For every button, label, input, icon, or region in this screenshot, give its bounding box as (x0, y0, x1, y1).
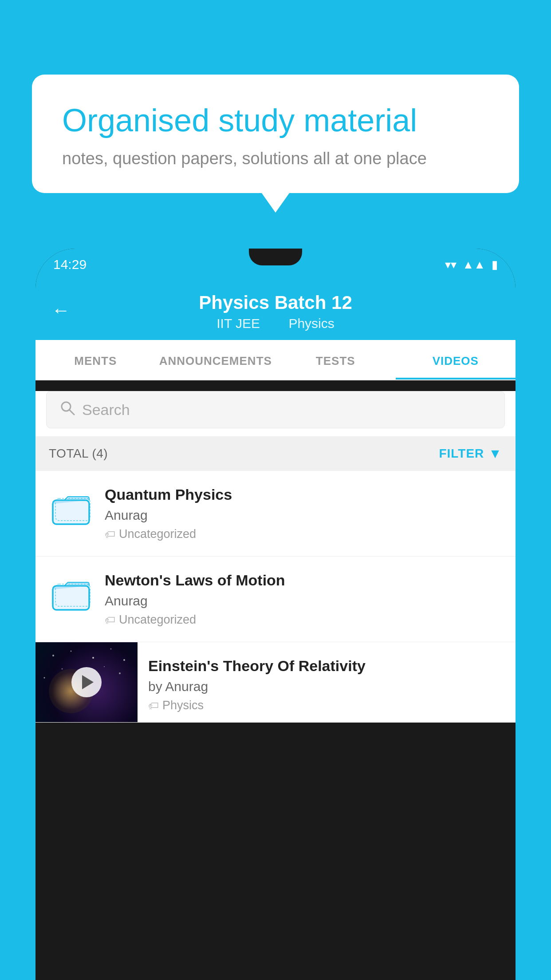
list-item[interactable]: Newton's Laws of Motion Anurag 🏷 Uncateg… (35, 557, 516, 642)
bubble-title: Organised study material (62, 101, 489, 139)
header-subtitle: IIT JEE Physics (210, 316, 341, 331)
folder-icon-newton (49, 572, 93, 616)
search-placeholder: Search (82, 401, 130, 419)
search-bar[interactable]: Search (46, 391, 505, 428)
svg-point-14 (119, 672, 121, 674)
status-bar: 14:29 ▾▾ ▲▲ ▮ (35, 249, 516, 281)
svg-point-11 (110, 648, 112, 650)
svg-point-16 (104, 666, 105, 667)
folder-icon-quantum (49, 486, 93, 530)
list-item[interactable]: Quantum Physics Anurag 🏷 Uncategorized (35, 471, 516, 557)
svg-line-1 (70, 410, 74, 415)
video-tag: 🏷 Uncategorized (105, 613, 502, 627)
svg-point-10 (92, 657, 94, 659)
search-icon (60, 400, 75, 419)
back-button[interactable]: ← (51, 300, 70, 321)
list-item[interactable]: Einstein's Theory Of Relativity by Anura… (35, 642, 516, 723)
status-time: 14:29 (53, 257, 87, 272)
video-list: Quantum Physics Anurag 🏷 Uncategorized (35, 471, 516, 723)
svg-point-8 (52, 655, 54, 656)
header-title: Physics Batch 12 (199, 292, 352, 313)
wifi-icon: ▾▾ (445, 258, 457, 272)
notch (249, 249, 302, 265)
tab-ments[interactable]: MENTS (35, 340, 156, 379)
subtitle-physics: Physics (288, 316, 334, 331)
video-tag: 🏷 Uncategorized (105, 527, 502, 541)
tabs-bar: MENTS ANNOUNCEMENTS TESTS VIDEOS (35, 340, 516, 380)
video-author: Anurag (105, 508, 502, 523)
tab-videos[interactable]: VIDEOS (396, 340, 516, 379)
video-author: Anurag (105, 593, 502, 609)
video-tag: 🏷 Physics (148, 699, 505, 712)
play-icon (82, 675, 94, 689)
video-info-quantum: Quantum Physics Anurag 🏷 Uncategorized (105, 486, 502, 541)
video-author: by Anurag (148, 679, 505, 694)
play-button[interactable] (71, 667, 102, 697)
subtitle-iit: IIT JEE (216, 316, 260, 331)
tab-tests[interactable]: TESTS (276, 340, 396, 379)
video-title: Newton's Laws of Motion (105, 572, 502, 589)
tag-label: Uncategorized (119, 527, 196, 541)
tag-label: Physics (162, 699, 204, 712)
video-title: Quantum Physics (105, 486, 502, 503)
tag-label: Uncategorized (119, 613, 196, 627)
svg-point-13 (62, 668, 63, 670)
video-info-einstein: Einstein's Theory Of Relativity by Anura… (138, 642, 516, 721)
tab-announcements[interactable]: ANNOUNCEMENTS (156, 340, 276, 379)
svg-point-9 (71, 651, 72, 652)
total-label: TOTAL (4) (49, 447, 108, 461)
filter-funnel-icon: ▼ (488, 446, 502, 461)
video-title: Einstein's Theory Of Relativity (148, 657, 505, 675)
svg-point-12 (123, 659, 125, 661)
bubble-subtitle: notes, question papers, solutions all at… (62, 149, 489, 168)
svg-point-15 (44, 677, 45, 679)
tag-icon: 🏷 (148, 699, 159, 712)
phone-frame: 14:29 ▾▾ ▲▲ ▮ ← Physics Batch 12 IIT JEE… (35, 249, 516, 980)
filter-label: FILTER (439, 447, 484, 461)
tag-icon: 🏷 (105, 614, 115, 626)
status-icons: ▾▾ ▲▲ ▮ (445, 258, 498, 272)
tag-icon: 🏷 (105, 528, 115, 541)
speech-bubble: Organised study material notes, question… (32, 75, 519, 193)
phone-content: Search TOTAL (4) FILTER ▼ (35, 391, 516, 723)
battery-icon: ▮ (492, 258, 498, 272)
filter-button[interactable]: FILTER ▼ (439, 446, 502, 461)
signal-icon: ▲▲ (463, 258, 485, 272)
app-header: ← Physics Batch 12 IIT JEE Physics (35, 281, 516, 340)
filter-row: TOTAL (4) FILTER ▼ (35, 436, 516, 471)
video-info-newton: Newton's Laws of Motion Anurag 🏷 Uncateg… (105, 572, 502, 627)
einstein-thumbnail (35, 642, 138, 722)
